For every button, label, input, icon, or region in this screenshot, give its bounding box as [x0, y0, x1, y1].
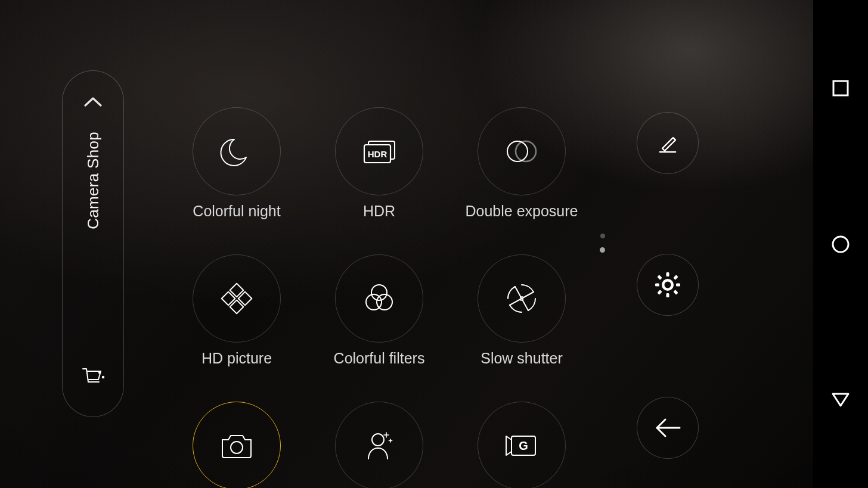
nav-recent-button[interactable]	[827, 75, 854, 101]
android-nav-bar	[813, 0, 868, 488]
camera-icon	[219, 428, 254, 463]
edit-button[interactable]	[637, 112, 699, 174]
mode-circle-selected	[193, 402, 281, 488]
svg-rect-30	[657, 290, 662, 294]
square-icon	[832, 79, 850, 97]
svg-point-0	[98, 371, 101, 374]
nav-home-button[interactable]	[827, 231, 854, 257]
page-dot	[600, 234, 605, 238]
settings-button[interactable]	[637, 254, 699, 316]
shopping-cart-icon	[79, 364, 107, 391]
svg-rect-31	[673, 290, 678, 294]
mode-colorful-night[interactable]: Colorful night	[179, 107, 294, 220]
svg-text:G: G	[519, 439, 528, 452]
svg-rect-28	[657, 275, 662, 279]
mode-beautify[interactable]: Beautify	[321, 402, 437, 488]
mode-circle	[335, 402, 423, 488]
nav-back-button[interactable]	[827, 387, 854, 413]
triangle-down-icon	[830, 391, 851, 408]
svg-text:S: S	[519, 295, 523, 302]
gear-icon	[653, 271, 682, 299]
mode-label: Slow shutter	[480, 350, 563, 367]
svg-point-5	[507, 141, 528, 161]
svg-point-34	[833, 237, 848, 252]
double-exposure-icon	[504, 134, 539, 169]
mode-circle	[193, 107, 281, 195]
arrow-left-icon	[652, 416, 683, 440]
hdr-icon: HDR	[360, 132, 398, 170]
mode-slow-shutter[interactable]: S Slow shutter	[464, 254, 579, 367]
svg-rect-25	[666, 293, 669, 297]
mode-gif[interactable]: G GIF	[464, 402, 579, 488]
mode-label: HD picture	[202, 350, 272, 367]
svg-rect-33	[833, 81, 848, 95]
moon-icon	[220, 135, 253, 168]
circle-icon	[830, 234, 851, 254]
filters-icon	[362, 282, 396, 315]
modes-row: Normal Beautify	[179, 402, 579, 488]
page-indicator	[600, 234, 605, 253]
page-dot-active	[600, 247, 605, 253]
mode-circle	[193, 254, 281, 343]
mode-circle: HDR	[335, 107, 423, 195]
modes-row: HD picture Colorful filters	[179, 254, 579, 367]
chevron-up-icon	[83, 95, 103, 109]
mode-label: Double exposure	[465, 203, 578, 220]
svg-point-16	[372, 434, 384, 446]
mode-label: HDR	[363, 203, 395, 220]
svg-point-6	[516, 141, 536, 161]
svg-rect-26	[655, 284, 659, 287]
person-sparkle-icon	[362, 429, 396, 462]
svg-point-1	[102, 376, 104, 378]
svg-point-15	[231, 442, 243, 453]
mode-double-exposure[interactable]: Double exposure	[464, 107, 579, 220]
shutter-icon: S	[504, 281, 539, 316]
camera-viewfinder: Camera Shop Colorful night	[0, 0, 813, 488]
pencil-icon	[654, 129, 681, 157]
side-actions	[637, 112, 699, 458]
back-button[interactable]	[637, 397, 699, 459]
svg-point-11	[371, 285, 387, 300]
mode-circle: G	[478, 402, 566, 488]
mode-circle: S	[478, 254, 566, 343]
camera-shop-pill[interactable]: Camera Shop	[62, 70, 124, 417]
svg-rect-29	[673, 275, 678, 279]
modes-row: Colorful night HDR HDR	[179, 107, 579, 220]
mode-hd-picture[interactable]: HD picture	[179, 254, 294, 367]
mode-label: Colorful night	[193, 203, 280, 220]
mode-colorful-filters[interactable]: Colorful filters	[321, 254, 437, 367]
mode-circle	[478, 107, 566, 195]
mode-label: Colorful filters	[334, 350, 425, 367]
svg-text:HDR: HDR	[368, 149, 388, 159]
camera-shop-label: Camera Shop	[84, 132, 103, 229]
mode-normal[interactable]: Normal	[179, 402, 294, 488]
diamond-grid-icon	[220, 282, 253, 315]
mode-hdr[interactable]: HDR HDR	[321, 107, 437, 220]
svg-point-13	[377, 294, 392, 310]
mode-circle	[335, 254, 423, 343]
svg-rect-24	[666, 272, 669, 276]
svg-rect-27	[676, 284, 680, 287]
camera-modes-grid: Colorful night HDR HDR	[179, 107, 579, 488]
gif-icon: G	[504, 428, 539, 463]
